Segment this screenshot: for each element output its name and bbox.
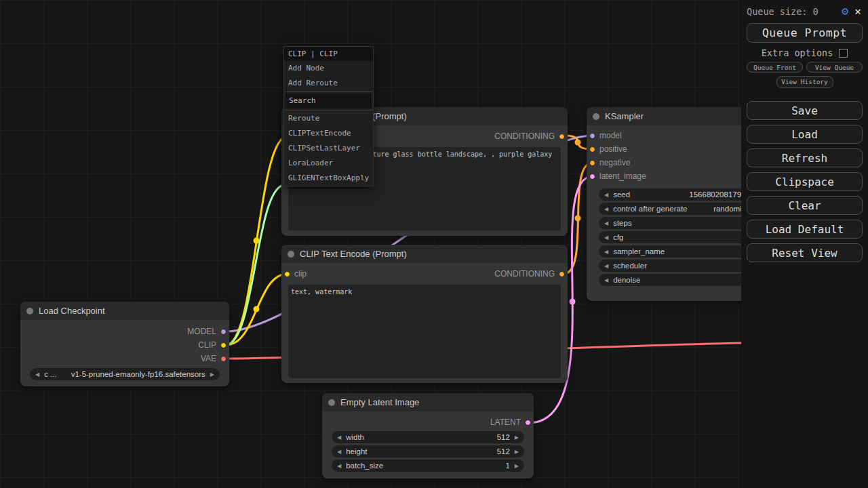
node-load-checkpoint[interactable]: Load Checkpoint MODEL CLIP VAE ◀ c ... v… [20,302,229,386]
decrement-icon[interactable]: ◀ [604,235,608,241]
settings-gear-icon[interactable]: ⚙ [842,5,848,17]
node-empty-latent-image[interactable]: Empty Latent Image LATENT ◀ width 512 ▶ … [322,393,534,479]
menu-item-cliptextencode[interactable]: CLIPTextEncode [284,126,373,141]
collapse-dot[interactable] [593,113,599,120]
height-widget[interactable]: ◀ height 512 ▶ [332,445,524,458]
clear-button[interactable]: Clear [747,196,863,215]
extra-options-checkbox[interactable] [839,49,848,58]
decrement-icon[interactable]: ◀ [337,434,341,441]
negative-input-port[interactable] [589,160,595,166]
widget-value: v1-5-pruned-emaonly-fp16.safetensors [71,370,205,378]
view-queue-button[interactable]: View Queue [806,62,863,73]
node-title-bar[interactable]: Empty Latent Image [322,393,534,411]
comfyui-app: { "icons": { "gear": "⚙", "close": "✕", … [0,0,868,488]
increment-icon[interactable]: ▶ [515,434,519,441]
decrement-icon[interactable]: ◀ [35,371,39,378]
decrement-icon[interactable]: ◀ [604,263,608,269]
latent-output-port[interactable] [525,420,531,426]
save-button[interactable]: Save [747,101,863,120]
positive-input-label: positive [599,144,627,154]
refresh-button[interactable]: Refresh [747,148,863,167]
link-midpoint-dot [575,140,581,146]
positive-input-port[interactable] [589,146,595,152]
ckpt-name-widget[interactable]: ◀ c ... v1-5-pruned-emaonly-fp16.safeten… [30,368,220,380]
queue-size-label: Queue size: 0 [747,6,835,17]
node-title-bar[interactable]: CLIP Text Encode (Prompt) [281,245,568,263]
widget-name: denoise [613,276,640,284]
menu-item-add-node[interactable]: Add Node [284,61,373,76]
increment-icon[interactable]: ▶ [210,371,214,378]
node-title: KSampler [605,111,644,121]
sampler-name-widget[interactable]: ◀ sampler_name ▶ [599,245,764,258]
decrement-icon[interactable]: ◀ [604,192,608,198]
node-clip-text-encode-2[interactable]: CLIP Text Encode (Prompt) clip CONDITION… [281,245,568,383]
link-midpoint-dot [254,306,260,312]
conditioning-output-port[interactable] [559,271,565,277]
batch-size-widget[interactable]: ◀ batch_size 1 ▶ [332,460,524,472]
decrement-icon[interactable]: ◀ [604,277,608,283]
widget-name: cfg [613,233,623,241]
decrement-icon[interactable]: ◀ [337,463,341,469]
widget-name: sampler_name [613,247,665,256]
denoise-widget[interactable]: ◀ denoise ▶ [599,274,764,286]
seed-widget[interactable]: ◀ seed 15668020817936 ▶ [599,188,764,201]
clipspace-button[interactable]: Clipspace [747,172,863,191]
extra-options-label: Extra options [762,47,833,58]
widget-value: 1 [505,462,509,470]
prompt-textarea[interactable]: text, watermark [288,285,561,378]
vae-output-port[interactable] [220,356,226,362]
context-menu: CLIP | CLIP Add Node Add Reroute Search … [283,46,374,186]
menu-search-input[interactable]: Search [285,94,372,108]
latent-input-label: latent_image [599,171,646,181]
widget-name: c ... [44,370,57,378]
menu-item-reroute[interactable]: Reroute [284,111,373,126]
decrement-icon[interactable]: ◀ [604,249,608,255]
width-widget[interactable]: ◀ width 512 ▶ [332,431,524,443]
comfy-menu-panel: Queue size: 0 ⚙ ✕ Queue Prompt Extra opt… [741,0,868,488]
scheduler-widget[interactable]: ◀ scheduler ▶ [599,260,764,272]
widget-name: seed [613,190,630,199]
node-link [226,274,288,345]
clip-input-port[interactable] [284,271,290,277]
widget-name: steps [613,219,632,227]
load-button[interactable]: Load [747,125,863,144]
queue-front-button[interactable]: Queue Front [747,62,803,73]
clip-input-label: clip [294,269,307,279]
model-output-port[interactable] [220,329,226,335]
close-icon[interactable]: ✕ [854,6,861,17]
latent-output-label: LATENT [490,418,521,427]
load-default-button[interactable]: Load Default [747,220,863,239]
decrement-icon[interactable]: ◀ [604,206,608,212]
vae-output-label: VAE [201,354,216,363]
menu-item-add-reroute[interactable]: Add Reroute [284,76,373,91]
conditioning-output-port[interactable] [559,134,565,140]
collapse-dot[interactable] [26,308,33,314]
widget-name: control after generate [613,205,687,213]
widget-name: height [346,447,367,455]
clip-output-port[interactable] [220,342,226,348]
node-title: Empty Latent Image [340,397,419,407]
latent-input-port[interactable] [589,174,595,180]
decrement-icon[interactable]: ◀ [337,449,341,455]
reset-view-button[interactable]: Reset View [747,243,863,262]
decrement-icon[interactable]: ◀ [604,220,608,226]
widget-value: 512 [497,447,510,455]
queue-prompt-button[interactable]: Queue Prompt [747,23,863,43]
model-input-port[interactable] [589,133,595,139]
control-after-generate-widget[interactable]: ◀ control after generate randomize ▶ [599,203,764,215]
node-title: Load Checkpoint [39,306,105,316]
view-history-button[interactable]: View History [776,76,833,88]
increment-icon[interactable]: ▶ [515,449,519,455]
steps-widget[interactable]: ◀ steps ▶ [599,217,764,229]
link-midpoint-dot [254,238,260,244]
menu-item-loraloader[interactable]: LoraLoader [284,156,373,171]
increment-icon[interactable]: ▶ [515,463,519,469]
widget-value: 512 [497,433,510,441]
negative-input-label: negative [599,158,630,167]
menu-item-clipsetlastlayer[interactable]: CLIPSetLastLayer [284,141,373,156]
cfg-widget[interactable]: ◀ cfg ▶ [599,231,764,243]
node-title-bar[interactable]: Load Checkpoint [20,302,229,320]
collapse-dot[interactable] [288,251,294,258]
menu-item-gligentextboxapply[interactable]: GLIGENTextBoxApply [284,171,373,186]
collapse-dot[interactable] [328,399,335,406]
